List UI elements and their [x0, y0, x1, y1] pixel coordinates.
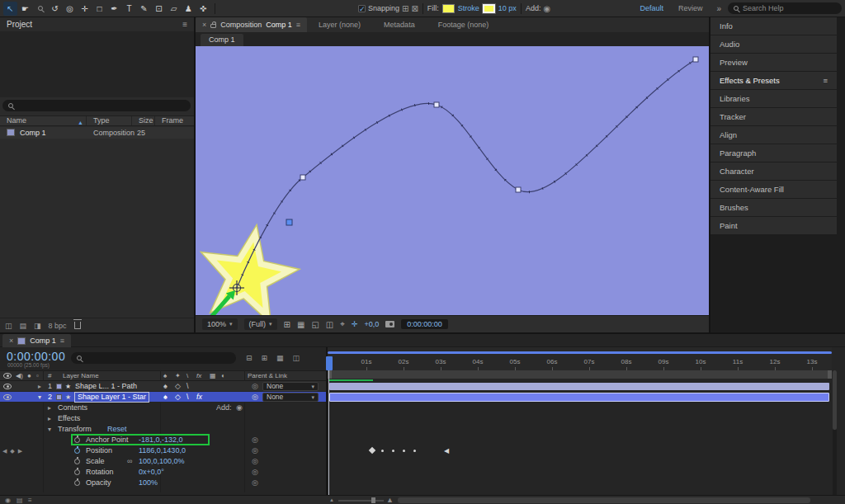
- panel-tab-effects-presets[interactable]: Effects & Presets≡: [710, 72, 837, 89]
- stroke-color-swatch[interactable]: [483, 4, 495, 13]
- panel-tab-character[interactable]: Character: [710, 163, 837, 180]
- panel-tab-libraries[interactable]: Libraries: [710, 90, 837, 107]
- lock-icon[interactable]: ▫: [36, 371, 39, 380]
- camera-tool-icon[interactable]: ◎: [63, 2, 77, 16]
- fx-switch-icon[interactable]: fx: [196, 371, 201, 380]
- puppet-pin-tool-icon[interactable]: ✜: [196, 2, 210, 16]
- close-icon[interactable]: ×: [202, 21, 206, 29]
- expander-icon[interactable]: ▸: [48, 413, 51, 424]
- keyframe-arrow[interactable]: ◀: [444, 445, 449, 456]
- motion-path[interactable]: [237, 59, 696, 288]
- snap-option-icon[interactable]: ⊠: [411, 4, 418, 13]
- zoom-tool-icon[interactable]: [33, 2, 47, 16]
- collapse-switch[interactable]: ◇: [175, 392, 181, 403]
- panel-tab-align[interactable]: Align: [710, 126, 837, 144]
- expander-icon[interactable]: ▸: [48, 403, 51, 413]
- column-header-type[interactable]: Type: [87, 116, 132, 125]
- expand-icon[interactable]: ≡: [28, 497, 32, 504]
- panel-tab-audio[interactable]: Audio: [710, 35, 837, 53]
- property-row-scale[interactable]: Scale ∞ 100,0,100,0% ◎: [0, 456, 326, 467]
- composition-viewport[interactable]: [196, 46, 709, 315]
- current-time-indicator-line[interactable]: [328, 370, 329, 495]
- quality-switch[interactable]: \: [186, 381, 189, 392]
- stopwatch-icon[interactable]: [74, 480, 80, 486]
- panel-tab-paragraph[interactable]: Paragraph: [710, 144, 837, 162]
- collapse-switch-icon[interactable]: ✦: [175, 371, 181, 380]
- layer-duration-bar-1[interactable]: [329, 383, 829, 390]
- pickwhip-icon[interactable]: ◎: [252, 381, 258, 392]
- pen-tool-icon[interactable]: ✒: [107, 2, 121, 16]
- keyframe-diamond[interactable]: [369, 447, 375, 454]
- shy-switch[interactable]: ♠: [163, 392, 168, 403]
- brush-tool-icon[interactable]: ✎: [137, 2, 151, 16]
- ruler-target-icon[interactable]: ⌖: [340, 319, 345, 329]
- path-vertex[interactable]: [693, 57, 698, 62]
- zoom-out-icon[interactable]: ▲: [329, 497, 334, 502]
- column-header-name[interactable]: Name ▲: [0, 116, 87, 125]
- panel-tab-tracker[interactable]: Tracker: [710, 108, 837, 125]
- path-vertex[interactable]: [434, 102, 439, 107]
- subtab-comp-1[interactable]: Comp 1: [201, 34, 243, 46]
- footage-interpret-icon[interactable]: ◫: [5, 322, 12, 330]
- timeline-zoom-slider[interactable]: [338, 500, 384, 502]
- type-tool-icon[interactable]: T: [122, 2, 136, 16]
- stopwatch-icon[interactable]: [74, 469, 80, 475]
- work-area-bar[interactable]: [328, 370, 832, 379]
- viewer-timecode[interactable]: 0:00:00:00: [401, 319, 448, 329]
- video-visibility-icon[interactable]: [3, 373, 12, 379]
- label-color-chip[interactable]: [56, 394, 62, 400]
- panel-menu-icon[interactable]: ≡: [296, 21, 300, 29]
- quality-switch[interactable]: \: [186, 392, 189, 403]
- current-timecode[interactable]: 0:00:00:00: [7, 350, 65, 363]
- help-search-box[interactable]: [728, 2, 842, 14]
- frame-blend-switch-icon[interactable]: ▦: [210, 371, 216, 380]
- quality-switch-icon[interactable]: \: [186, 371, 188, 380]
- workspace-tab-default[interactable]: Default: [640, 4, 663, 12]
- tab-footage[interactable]: Footage (none): [427, 21, 501, 29]
- add-menu-icon[interactable]: ◉: [543, 4, 550, 13]
- pickwhip-icon[interactable]: ◎: [252, 456, 258, 467]
- column-parent-link[interactable]: Parent & Link: [248, 371, 287, 380]
- toggle-switches-icon[interactable]: ◉: [5, 497, 11, 504]
- item-name[interactable]: Comp 1: [20, 127, 46, 139]
- panel-menu-icon[interactable]: ≡: [182, 20, 187, 29]
- pickwhip-icon[interactable]: ◎: [252, 392, 258, 403]
- new-composition-icon[interactable]: ◨: [34, 322, 41, 330]
- label-color-chip[interactable]: [56, 384, 62, 389]
- path-vertex[interactable]: [516, 187, 521, 192]
- layer-row-1[interactable]: ▸ 1 ★ Shape L... 1 - Path ♠ ◇ \ ◎ None ▾: [0, 381, 326, 392]
- exposure-icon[interactable]: ✛: [352, 320, 358, 328]
- group-label[interactable]: Effects: [58, 413, 80, 424]
- zoom-in-icon[interactable]: ▲: [386, 496, 394, 504]
- pan-behind-tool-icon[interactable]: ✛: [78, 2, 92, 16]
- timeline-tab-comp-1[interactable]: × Comp 1 ≡: [2, 334, 71, 347]
- timeline-vertical-scrollbar[interactable]: [833, 370, 837, 495]
- audio-icon[interactable]: ◀): [16, 371, 23, 380]
- layer-row-2[interactable]: ▾ 2 ★ Shape Layer 1 - Star ♠ ◇ \ fx ◎ No…: [0, 392, 326, 403]
- column-header-size[interactable]: Size: [132, 116, 155, 125]
- shy-switch[interactable]: ♠: [163, 381, 168, 392]
- safe-areas-icon[interactable]: ⊞: [284, 320, 290, 329]
- timeline-search-box[interactable]: [71, 352, 236, 364]
- magnification-dropdown[interactable]: 100% ▾: [202, 318, 238, 330]
- shape-tool-icon[interactable]: □: [92, 2, 106, 16]
- help-search-input[interactable]: [743, 4, 836, 12]
- keyframe-dot[interactable]: [392, 450, 394, 452]
- project-item-row[interactable]: Comp 1 Composition 25: [0, 127, 194, 139]
- property-label[interactable]: Rotation: [86, 467, 114, 478]
- panel-tab-info[interactable]: Info: [710, 17, 837, 35]
- snapping-checkbox[interactable]: ✓: [358, 5, 366, 12]
- render-order-icon[interactable]: ▤: [17, 497, 23, 504]
- column-layer-name[interactable]: Layer Name: [63, 371, 99, 380]
- fx-switch[interactable]: fx: [196, 392, 202, 403]
- new-folder-icon[interactable]: ▤: [20, 322, 27, 330]
- roto-brush-tool-icon[interactable]: ♟: [182, 2, 196, 16]
- draft-3d-icon[interactable]: ⊞: [262, 354, 268, 362]
- collapse-switch[interactable]: ◇: [175, 381, 181, 392]
- parent-dropdown[interactable]: None ▾: [262, 382, 319, 391]
- resolution-dropdown[interactable]: (Full) ▾: [244, 318, 277, 330]
- motion-blur-icon[interactable]: ◫: [293, 354, 300, 362]
- group-row-effects[interactable]: ▸ Effects: [0, 413, 326, 424]
- viewer-lock-icon[interactable]: [210, 24, 216, 28]
- path-vertex[interactable]: [300, 175, 305, 180]
